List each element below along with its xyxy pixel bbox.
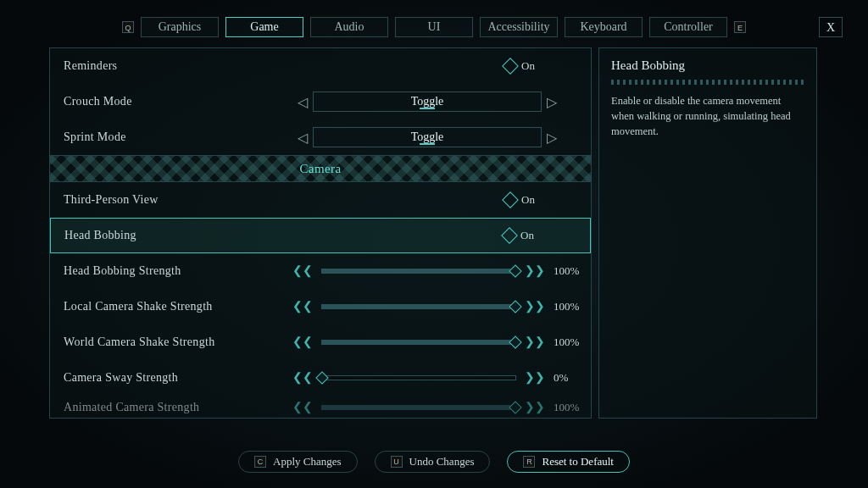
apply-button[interactable]: C Apply Changes: [238, 451, 358, 473]
toggle-value: On: [521, 59, 535, 73]
slider-track[interactable]: [321, 375, 516, 380]
slider-control[interactable]: ❮❮ ❯❯ 100%: [292, 336, 592, 349]
double-chevron-left-icon[interactable]: ❮❮: [292, 372, 313, 384]
tab-controller[interactable]: Controller: [649, 17, 727, 37]
slider-track[interactable]: [321, 405, 516, 410]
button-label: Undo Changes: [409, 455, 475, 469]
options-panel: Reminders On Crouch Mode ◁ Toggle ▷ Spri…: [49, 47, 592, 419]
chevron-left-icon[interactable]: ◁: [292, 130, 313, 146]
close-button[interactable]: X: [819, 17, 843, 37]
diamond-icon: [501, 227, 518, 244]
toggle-control[interactable]: On: [504, 229, 576, 242]
slider-fill: [322, 269, 515, 274]
footer: C Apply Changes U Undo Changes R Reset t…: [0, 451, 868, 473]
option-world-shake[interactable]: World Camera Shake Strength ❮❮ ❯❯ 100%: [50, 324, 591, 360]
tab-keyboard[interactable]: Keyboard: [565, 17, 643, 37]
diamond-icon: [502, 191, 519, 208]
undo-button[interactable]: U Undo Changes: [375, 451, 491, 473]
option-local-shake[interactable]: Local Camera Shake Strength ❮❮ ❯❯ 100%: [50, 289, 591, 324]
double-chevron-left-icon[interactable]: ❮❮: [292, 265, 313, 277]
spinner-control[interactable]: ◁ Toggle ▷: [292, 92, 592, 112]
slider-value: 100%: [554, 300, 591, 313]
slider-fill: [322, 340, 515, 345]
double-chevron-left-icon[interactable]: ❮❮: [292, 336, 313, 348]
option-head-bobbing-strength[interactable]: Head Bobbing Strength ❮❮ ❯❯ 100%: [50, 253, 591, 289]
tab-audio[interactable]: Audio: [310, 17, 388, 37]
option-label: Sprint Mode: [64, 130, 292, 144]
toggle-control[interactable]: On: [504, 193, 577, 207]
spinner-value: Toggle: [313, 92, 542, 112]
tooltip-description: Enable or disable the camera movement wh…: [611, 93, 804, 139]
chevron-right-icon[interactable]: ▷: [542, 130, 562, 146]
tab-accessibility[interactable]: Accessibility: [480, 17, 558, 37]
option-label: Camera Sway Strength: [64, 371, 292, 385]
slider-control[interactable]: ❮❮ ❯❯ 100%: [292, 300, 592, 313]
keyhint: R: [523, 456, 535, 468]
slider-value: 100%: [554, 264, 591, 278]
double-chevron-right-icon[interactable]: ❯❯: [525, 265, 545, 277]
slider-value: 100%: [554, 336, 591, 349]
option-label: World Camera Shake Strength: [64, 336, 292, 349]
option-label: Head Bobbing Strength: [64, 264, 292, 278]
option-third-person[interactable]: Third-Person View On: [50, 182, 591, 218]
tab-next-key: E: [734, 21, 746, 33]
option-label: Reminders: [64, 59, 292, 73]
chevron-left-icon[interactable]: ◁: [292, 94, 313, 110]
button-label: Apply Changes: [273, 455, 342, 469]
option-label: Animated Camera Strength: [64, 401, 292, 414]
tooltip-title: Head Bobbing: [611, 58, 804, 73]
slider-handle[interactable]: [509, 336, 522, 349]
slider-track[interactable]: [321, 304, 516, 309]
slider-value: 0%: [554, 371, 591, 385]
option-reminders[interactable]: Reminders On: [50, 48, 591, 84]
option-camera-sway[interactable]: Camera Sway Strength ❮❮ ❯❯ 0%: [50, 360, 591, 396]
slider-value: 100%: [554, 401, 591, 414]
slider-handle[interactable]: [315, 371, 329, 385]
tab-ui[interactable]: UI: [395, 17, 473, 37]
slider-control[interactable]: ❮❮ ❯❯ 0%: [292, 371, 592, 385]
tooltip-panel: Head Bobbing Enable or disable the camer…: [598, 47, 817, 419]
double-chevron-right-icon[interactable]: ❯❯: [525, 301, 545, 313]
double-chevron-right-icon[interactable]: ❯❯: [525, 336, 545, 348]
toggle-control[interactable]: On: [504, 59, 577, 73]
slider-handle[interactable]: [509, 300, 522, 313]
slider-fill: [322, 405, 515, 410]
tab-prev-key: Q: [122, 21, 134, 33]
spinner-value: Toggle: [313, 127, 542, 147]
button-label: Reset to Default: [542, 455, 613, 469]
tab-graphics[interactable]: Graphics: [141, 17, 219, 37]
option-head-bobbing[interactable]: Head Bobbing On: [50, 218, 591, 253]
option-animated-camera-strength[interactable]: Animated Camera Strength ❮❮ ❯❯ 100%: [50, 396, 591, 419]
slider-track[interactable]: [321, 340, 516, 345]
toggle-value: On: [520, 229, 534, 242]
double-chevron-left-icon[interactable]: ❮❮: [292, 402, 313, 413]
slider-handle[interactable]: [509, 401, 522, 414]
keyhint: C: [254, 456, 266, 468]
tab-game[interactable]: Game: [225, 17, 303, 37]
double-chevron-right-icon[interactable]: ❯❯: [525, 372, 545, 384]
option-label: Head Bobbing: [64, 229, 293, 242]
option-label: Third-Person View: [64, 193, 292, 207]
keyhint: U: [391, 456, 403, 468]
slider-control[interactable]: ❮❮ ❯❯ 100%: [292, 401, 591, 414]
option-sprint-mode[interactable]: Sprint Mode ◁ Toggle ▷: [50, 119, 591, 155]
double-chevron-right-icon[interactable]: ❯❯: [525, 402, 545, 413]
diamond-icon: [502, 58, 519, 75]
tab-bar: Q Graphics Game Audio UI Accessibility K…: [0, 17, 868, 37]
option-crouch-mode[interactable]: Crouch Mode ◁ Toggle ▷: [50, 84, 591, 119]
section-header-camera: Camera: [50, 155, 591, 182]
double-chevron-left-icon[interactable]: ❮❮: [292, 301, 313, 313]
spinner-control[interactable]: ◁ Toggle ▷: [292, 127, 592, 147]
tooltip-divider: [611, 80, 804, 85]
toggle-value: On: [521, 193, 535, 207]
slider-control[interactable]: ❮❮ ❯❯ 100%: [292, 264, 592, 278]
slider-handle[interactable]: [509, 264, 522, 278]
chevron-right-icon[interactable]: ▷: [542, 94, 562, 110]
slider-track[interactable]: [321, 269, 516, 274]
reset-button[interactable]: R Reset to Default: [507, 451, 629, 473]
slider-fill: [322, 304, 515, 309]
option-label: Crouch Mode: [64, 95, 292, 108]
option-label: Local Camera Shake Strength: [64, 300, 292, 313]
